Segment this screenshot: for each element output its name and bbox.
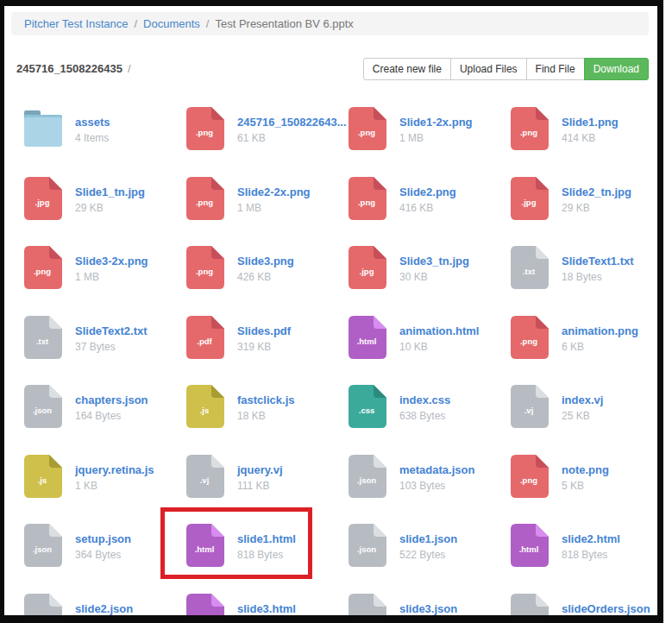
breadcrumb-separator: / — [206, 17, 210, 30]
file-name[interactable]: slide2.html — [562, 532, 620, 545]
file-item[interactable]: .png Slide1-2x.png 1 MB — [349, 107, 500, 177]
txt-file-icon: .txt — [511, 246, 549, 289]
file-meta: animation.html 10 KB — [399, 316, 479, 386]
file-name[interactable]: SlideText2.txt — [75, 324, 148, 337]
file-item[interactable]: .png animation.png 6 KB — [511, 316, 663, 386]
file-item[interactable]: .vj jquery.vj 111 KB — [186, 455, 338, 525]
jpg-file-icon: .jpg — [511, 177, 549, 220]
file-item[interactable]: .pdf Slides.pdf 319 KB — [186, 316, 338, 386]
file-meta: Slide2.png 416 KB — [399, 177, 456, 247]
html-file-icon: .html — [186, 524, 224, 567]
file-name[interactable]: jquery.retina.js — [75, 463, 154, 476]
folder-item[interactable]: assets 4 Items — [24, 107, 176, 177]
upload-files-button[interactable]: Upload Files — [450, 58, 527, 80]
file-item[interactable]: .jpg Slide3_tn.jpg 30 KB — [349, 246, 500, 316]
file-item[interactable]: .png Slide3.png 426 KB — [186, 246, 338, 316]
file-name[interactable]: fastclick.js — [237, 393, 295, 406]
vj-file-icon: .vj — [511, 385, 549, 428]
file-item[interactable]: .png Slide3-2x.png 1 MB — [24, 246, 176, 316]
file-item[interactable]: .json setup.json 364 Bytes — [24, 524, 176, 594]
file-name[interactable]: Slide1.png — [562, 116, 619, 129]
file-item[interactable]: .html animation.html 10 KB — [349, 316, 500, 386]
html-file-icon: .html — [511, 524, 549, 567]
file-name[interactable]: slide2.json — [75, 602, 133, 615]
file-name[interactable]: Slide1-2x.png — [399, 116, 473, 129]
file-size: 1 KB — [75, 480, 154, 492]
file-item[interactable]: .txt SlideText1.txt 18 Bytes — [511, 246, 663, 316]
file-size: 1 MB — [399, 132, 473, 144]
file-name[interactable]: 245716_150822643... — [237, 116, 338, 129]
file-name[interactable]: metadata.json — [399, 463, 474, 476]
file-meta: index.css 638 Bytes — [399, 385, 450, 455]
file-name[interactable]: jquery.vj — [237, 463, 283, 476]
breadcrumb-link-documents[interactable]: Documents — [143, 17, 200, 30]
file-name[interactable]: Slide2.png — [399, 186, 456, 198]
svg-text:.json: .json — [519, 614, 538, 623]
file-item[interactable]: .json slide2.json — [24, 594, 176, 623]
file-item[interactable]: .jpg Slide2_tn.jpg 29 KB — [511, 177, 663, 247]
file-size: 61 KB — [237, 132, 338, 144]
file-item[interactable]: .png 245716_150822643... 61 KB — [186, 107, 338, 177]
svg-text:.jpg: .jpg — [522, 198, 537, 207]
file-name[interactable]: assets — [75, 116, 110, 129]
file-item[interactable]: .json slide1.json 522 Bytes — [349, 524, 500, 594]
file-name[interactable]: Slide2_tn.jpg — [562, 186, 631, 198]
png-file-icon: .png — [186, 177, 224, 220]
file-name[interactable]: index.css — [399, 393, 450, 406]
file-name[interactable]: setup.json — [75, 532, 131, 545]
file-name[interactable]: slideOrders.json — [562, 602, 650, 615]
current-folder-path: 245716_1508226435/ — [16, 62, 131, 75]
file-name[interactable]: animation.png — [562, 324, 638, 337]
file-name[interactable]: slide3.json — [399, 602, 457, 615]
file-name[interactable]: Slide1_tn.jpg — [75, 186, 145, 198]
svg-text:.txt: .txt — [523, 267, 536, 276]
file-meta: Slide1_tn.jpg 29 KB — [75, 177, 145, 247]
file-name[interactable]: SlideText1.txt — [562, 255, 634, 267]
file-name[interactable]: Slide3.png — [237, 255, 294, 267]
file-name[interactable]: animation.html — [399, 324, 479, 337]
file-item-highlighted[interactable]: .html slide1.html 818 Bytes — [186, 524, 338, 594]
svg-text:.json: .json — [357, 544, 376, 554]
file-item[interactable]: .png Slide2-2x.png 1 MB — [186, 177, 338, 247]
file-meta: SlideText2.txt 37 Bytes — [75, 316, 148, 386]
file-name[interactable]: Slide3-2x.png — [75, 255, 148, 267]
file-item[interactable]: .png note.png 5 KB — [511, 455, 663, 525]
file-name[interactable]: slide1.html — [237, 532, 296, 545]
file-meta: fastclick.js 18 KB — [237, 385, 295, 455]
file-item[interactable]: .html slide2.html 818 Bytes — [511, 524, 663, 594]
file-item[interactable]: .png Slide2.png 416 KB — [349, 177, 500, 247]
file-item[interactable]: .html slide3.html — [186, 594, 338, 623]
file-item[interactable]: .jpg Slide1_tn.jpg 29 KB — [24, 177, 176, 247]
file-item[interactable]: .js fastclick.js 18 KB — [186, 385, 338, 455]
file-item[interactable]: .json slideOrders.json — [511, 594, 663, 623]
file-size: 638 Bytes — [399, 410, 450, 422]
file-grid: assets 4 Items .png 245716_150822643... … — [24, 107, 650, 623]
svg-text:.png: .png — [358, 198, 375, 207]
download-button[interactable]: Download — [584, 58, 649, 80]
file-name[interactable]: slide3.html — [237, 602, 296, 615]
file-name[interactable]: Slides.pdf — [237, 324, 291, 337]
file-item[interactable]: .json slide3.json — [349, 594, 500, 623]
file-name[interactable]: slide1.json — [399, 532, 457, 545]
file-item[interactable]: .css index.css 638 Bytes — [349, 385, 500, 455]
file-name[interactable]: Slide2-2x.png — [237, 186, 311, 198]
file-item[interactable]: .txt SlideText2.txt 37 Bytes — [24, 316, 176, 386]
svg-text:.vj: .vj — [200, 475, 210, 485]
svg-text:.json: .json — [357, 614, 376, 623]
file-name[interactable]: index.vj — [562, 393, 603, 406]
file-item[interactable]: .js jquery.retina.js 1 KB — [24, 455, 176, 525]
file-size: 29 KB — [75, 202, 145, 214]
create-new-file-button[interactable]: Create new file — [363, 58, 451, 80]
file-item[interactable]: .json metadata.json 103 Bytes — [349, 455, 500, 525]
file-item[interactable]: .png Slide1.png 414 KB — [511, 107, 663, 177]
file-meta: slideOrders.json — [562, 594, 650, 623]
find-file-button[interactable]: Find File — [526, 58, 585, 80]
file-meta: jquery.vj 111 KB — [237, 455, 283, 525]
breadcrumb-link-instance[interactable]: Pitcher Test Instance — [24, 17, 128, 30]
file-name[interactable]: chapters.json — [75, 393, 148, 406]
file-name[interactable]: Slide3_tn.jpg — [399, 255, 469, 267]
file-name[interactable]: note.png — [562, 463, 609, 476]
file-item[interactable]: .vj index.vj 25 KB — [511, 385, 663, 455]
file-item[interactable]: .json chapters.json 164 Bytes — [24, 385, 176, 455]
js-file-icon: .js — [24, 455, 62, 498]
